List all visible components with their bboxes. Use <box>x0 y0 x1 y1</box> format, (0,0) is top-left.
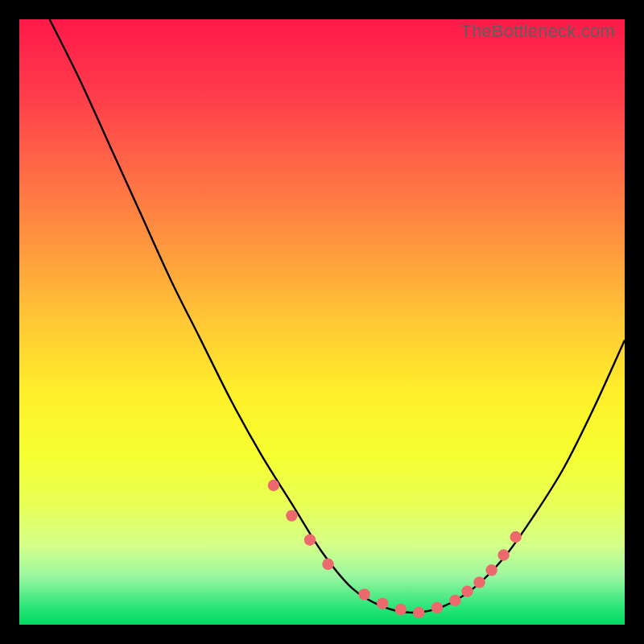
marker-point <box>485 564 497 576</box>
plot-area: TheBottleneck.com <box>19 19 625 625</box>
marker-point <box>510 531 521 543</box>
marker-point <box>395 604 407 615</box>
marker-point <box>304 535 316 546</box>
marker-point <box>431 602 443 613</box>
marker-group <box>268 480 522 618</box>
marker-point <box>413 607 424 618</box>
marker-point <box>377 598 388 609</box>
marker-point <box>268 480 279 491</box>
bottleneck-curve <box>50 19 625 613</box>
marker-point <box>322 559 333 570</box>
chart-svg <box>19 19 625 625</box>
marker-point <box>497 549 509 560</box>
marker-point <box>449 595 460 606</box>
marker-point <box>473 576 485 588</box>
marker-point <box>358 588 369 600</box>
marker-point <box>286 510 297 521</box>
chart-container: TheBottleneck.com <box>0 0 644 644</box>
marker-point <box>461 585 473 597</box>
